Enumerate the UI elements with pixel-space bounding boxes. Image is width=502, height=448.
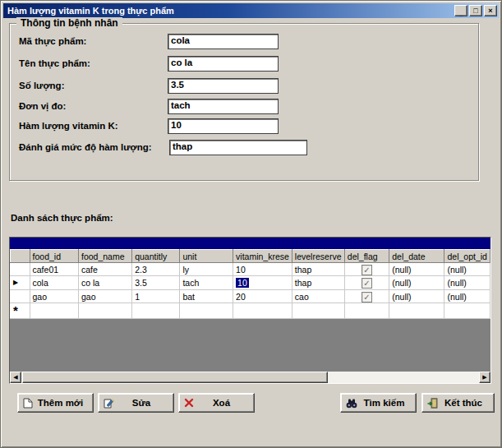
cell-del-opt-id[interactable]: (null) [444,290,490,303]
cell-food-name[interactable]: co la [78,276,131,290]
food-name-input[interactable]: co la [168,56,279,72]
scroll-left-arrow-icon: ◀ [13,374,17,381]
cell-del-opt-id[interactable]: (null) [444,263,490,276]
cell-unit[interactable]: ly [180,263,233,276]
new-row-indicator-cell[interactable]: * [11,303,30,319]
empty-cell[interactable] [180,303,233,319]
level-label: Đánh giá mức độ hàm lượng: [19,142,152,152]
close-icon: × [488,7,492,15]
add-new-button[interactable]: Thêm mới [17,393,94,413]
new-row[interactable]: * [11,303,490,319]
cell-food-name[interactable]: cafe [78,263,131,276]
col-header-levelreserve[interactable]: levelreserve [292,250,344,263]
cell-quantitly[interactable]: 3.5 [132,276,180,290]
horizontal-scrollbar[interactable]: ◀ ▶ [10,372,490,383]
search-button-label: Tìm kiếm [357,398,411,408]
col-header-del-flag[interactable]: del_flag [344,250,389,263]
food-name-label: Tên thực phẩm: [19,58,90,68]
col-header-vitamin-krese[interactable]: vitamin_krese [233,250,292,263]
app-window: Hàm lượng vitamin K trong thực phẩm _ □ … [0,0,502,448]
table-row-current[interactable]: ▶ cola co la 3.5 tach 10 thap ✓ (null) (… [11,276,490,290]
quantity-input[interactable]: 3.5 [168,78,279,94]
cell-unit[interactable]: tach [180,276,233,290]
checked-checkbox-icon[interactable]: ✓ [362,278,372,289]
unit-label: Đơn vị đo: [19,101,66,111]
row-indicator-cell[interactable] [11,263,30,276]
exit-door-icon [427,398,438,409]
row-indicator-cell[interactable] [11,290,30,303]
cell-food-name[interactable]: gao [78,290,131,303]
scroll-right-arrow-icon: ▶ [482,374,486,381]
cell-quantitly[interactable]: 1 [132,290,180,303]
cell-del-date[interactable]: (null) [389,263,444,276]
cell-del-flag[interactable]: ✓ [344,263,389,276]
col-header-del-opt-id[interactable]: del_opt_id [444,250,490,263]
empty-cell[interactable] [30,303,78,319]
edit-button[interactable]: Sửa [98,393,174,413]
col-header-del-date[interactable]: del_date [389,250,444,263]
maximize-button[interactable]: □ [469,5,482,16]
scroll-right-button[interactable]: ▶ [479,372,490,383]
row-indicator-cell[interactable]: ▶ [11,276,30,290]
window-title: Hàm lượng vitamin K trong thực phẩm [7,6,174,16]
cell-quantitly[interactable]: 2.3 [132,263,180,276]
unit-input[interactable]: tach [168,99,279,114]
delete-button-label: Xoá [194,398,249,408]
scroll-left-button[interactable]: ◀ [10,372,21,383]
cell-level[interactable]: thap [292,263,344,276]
delete-button[interactable]: Xoá [178,393,255,413]
current-row-arrow-icon: ▶ [13,279,18,286]
checked-checkbox-icon[interactable]: ✓ [362,265,372,275]
checked-checkbox-icon[interactable]: ✓ [362,292,372,303]
cell-unit[interactable]: bat [180,290,233,303]
empty-cell[interactable] [292,303,344,319]
titlebar[interactable]: Hàm lượng vitamin K trong thực phẩm _ □ … [3,3,499,18]
level-input[interactable]: thap [169,140,307,155]
empty-cell[interactable] [132,303,180,319]
empty-cell[interactable] [344,303,389,319]
table-row[interactable]: gao gao 1 bat 20 cao ✓ (null) (null) [11,290,490,303]
cell-level[interactable]: thap [292,276,344,290]
food-code-input[interactable]: cola [168,34,279,49]
cell-food-id[interactable]: gao [30,290,78,303]
empty-cell[interactable] [233,303,292,319]
cell-del-date[interactable]: (null) [389,290,444,303]
cell-vitamin-selected[interactable]: 10 [233,276,292,290]
vitamin-k-input[interactable]: 10 [168,118,279,134]
exit-button-label: Kết thúc [438,398,489,408]
empty-cell[interactable] [389,303,444,319]
search-button[interactable]: Tìm kiếm [340,393,417,413]
cell-vitamin[interactable]: 10 [233,263,292,276]
cell-vitamin[interactable]: 20 [233,290,292,303]
binoculars-icon [346,398,357,409]
cell-del-flag[interactable]: ✓ [344,290,389,303]
close-button[interactable]: × [484,5,497,16]
cell-level[interactable]: cao [292,290,344,303]
col-header-food-name[interactable]: food_name [78,250,131,263]
grid-caption-bar [10,238,490,249]
col-header-quantitly[interactable]: quantitly [132,250,180,263]
cell-del-opt-id[interactable]: (null) [444,276,490,290]
delete-x-icon [184,398,194,408]
col-header-unit[interactable]: unit [180,250,233,263]
cell-food-id[interactable]: cafe01 [30,263,78,276]
vitamin-k-label: Hàm lượng vitamin K: [19,121,118,131]
cell-del-flag[interactable]: ✓ [344,276,389,290]
groupbox-title: Thông tin bệnh nhân [16,17,122,29]
food-code-label: Mã thực phẩm: [19,36,86,46]
minimize-button[interactable]: _ [454,5,467,16]
table-row[interactable]: cafe01 cafe 2.3 ly 10 thap ✓ (null) (nul… [11,263,490,276]
cell-del-date[interactable]: (null) [389,276,444,290]
scrollbar-thumb[interactable] [22,372,328,383]
cell-food-id[interactable]: cola [30,276,78,290]
selected-cell-value[interactable]: 10 [236,278,249,288]
food-data-grid[interactable]: food_id food_name quantitly unit vitamin… [9,237,491,384]
exit-button[interactable]: Kết thúc [421,393,495,413]
empty-cell[interactable] [78,303,131,319]
edit-button-label: Sửa [114,398,168,408]
col-header-food-id[interactable]: food_id [30,250,78,263]
food-list-label: Danh sách thực phẩm: [11,213,113,223]
empty-cell[interactable] [444,303,490,319]
add-new-button-label: Thêm mới [33,398,88,408]
grid-table: food_id food_name quantitly unit vitamin… [10,249,490,319]
